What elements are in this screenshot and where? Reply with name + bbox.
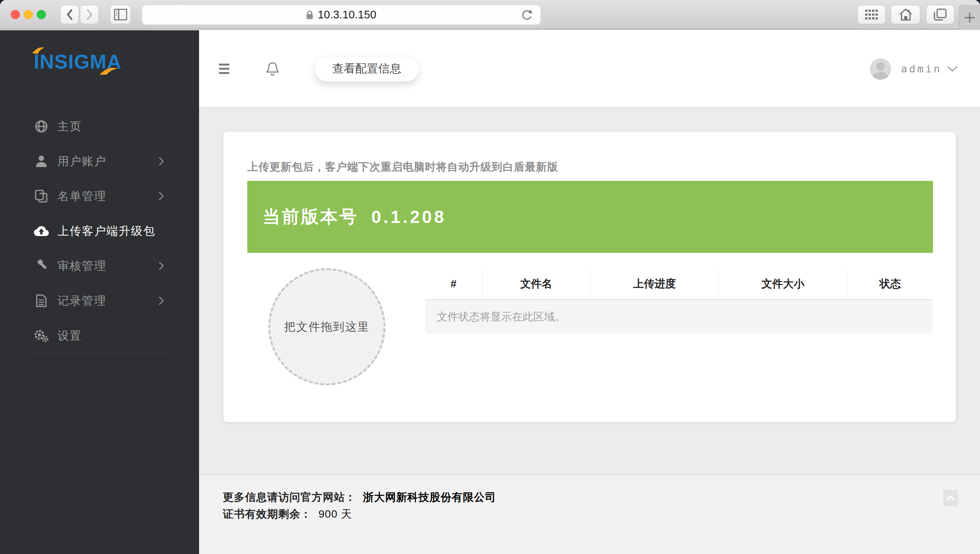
home-button[interactable] <box>891 5 920 24</box>
browser-window: 10.3.10.150 <box>0 0 980 554</box>
footer-website-line: 更多信息请访问官方网站：浙大网新科技股份有限公司 <box>223 489 980 506</box>
sidebar-toggle-button[interactable] <box>110 5 131 24</box>
sidebar-item-settings[interactable]: 设置 <box>0 318 199 353</box>
file-dropzone[interactable]: 把文件拖到这里 <box>268 268 385 385</box>
version-number: 0.1.208 <box>371 207 446 227</box>
grid-icon <box>865 10 878 20</box>
sidebar-item-label: 记录管理 <box>57 293 106 309</box>
sidebar-item-label: 设置 <box>57 328 82 344</box>
notifications-button[interactable] <box>266 62 279 76</box>
username: admin <box>901 63 942 75</box>
lock-icon <box>306 10 313 20</box>
sidebar-item-label: 审核管理 <box>57 258 106 274</box>
table-empty-row: 文件状态将显示在此区域。 <box>425 300 933 334</box>
person-icon <box>870 60 891 80</box>
sidebar-item-user-accounts[interactable]: 用户账户 <box>0 144 199 179</box>
globe-icon <box>34 120 49 133</box>
company-name: 浙大网新科技股份有限公司 <box>363 491 496 503</box>
avatar <box>870 58 891 80</box>
user-menu[interactable]: admin <box>870 58 958 80</box>
back-button[interactable] <box>60 5 79 24</box>
browser-toolbar: 10.3.10.150 <box>0 0 980 30</box>
chevron-right-icon <box>158 261 164 270</box>
upload-row: 把文件拖到这里 # 文件名 上传进度 文件大小 状态 文件状态将 <box>247 268 933 385</box>
sidebar-item-label: 上传客户端升级包 <box>57 223 155 239</box>
gears-icon <box>34 329 49 342</box>
column-header-filename: 文件名 <box>482 268 591 299</box>
home-icon <box>899 8 913 21</box>
show-tabs-button[interactable] <box>926 5 954 24</box>
app-frame: INSIGMA 主页 <box>0 30 980 554</box>
copy-icon <box>34 190 49 203</box>
sidebar-item-record-management[interactable]: 记录管理 <box>0 284 199 318</box>
content-column: 查看配置信息 admin 上 <box>199 30 980 554</box>
tab-overview-button[interactable] <box>858 5 885 24</box>
sidebar: INSIGMA 主页 <box>0 30 199 554</box>
insigma-logo: INSIGMA <box>34 50 126 74</box>
minimize-window-button[interactable] <box>24 10 33 19</box>
footer-cert-line: 证书有效期剩余：900 天 <box>223 506 980 523</box>
version-label: 当前版本号 <box>263 205 358 229</box>
column-header-progress: 上传进度 <box>591 268 719 299</box>
gavel-icon <box>34 259 49 272</box>
view-config-label: 查看配置信息 <box>332 61 401 77</box>
column-header-filesize: 文件大小 <box>719 268 848 299</box>
sidebar-item-label: 主页 <box>57 119 82 134</box>
cloud-upload-icon <box>34 225 49 237</box>
chevron-right-icon <box>158 192 164 201</box>
traffic-lights <box>11 10 46 19</box>
sidebar-item-label: 用户账户 <box>57 154 106 169</box>
sidebar-item-label: 名单管理 <box>57 188 106 204</box>
cert-label: 证书有效期剩余： <box>223 508 312 520</box>
version-banner: 当前版本号 0.1.208 <box>247 181 933 253</box>
table-empty-text: 文件状态将显示在此区域。 <box>437 310 565 324</box>
column-header-index: # <box>425 268 482 299</box>
topbar: 查看配置信息 admin <box>199 30 980 108</box>
chevron-up-icon <box>946 495 955 501</box>
main-region: 上传更新包后，客户端下次重启电脑时将自动升级到白盾最新版 当前版本号 0.1.2… <box>199 108 980 474</box>
reload-icon <box>521 9 533 22</box>
logo-swoosh-icon <box>98 65 119 75</box>
chevron-left-icon <box>66 8 74 21</box>
upload-notice: 上传更新包后，客户端下次重启电脑时将自动升级到白盾最新版 <box>247 160 933 174</box>
zoom-window-button[interactable] <box>37 10 46 19</box>
footer: 更多信息请访问官方网站：浙大网新科技股份有限公司 证书有效期剩余：900 天 <box>199 474 980 554</box>
scroll-to-top-button[interactable] <box>943 490 958 506</box>
table-header-row: # 文件名 上传进度 文件大小 状态 <box>425 268 933 300</box>
address-bar[interactable]: 10.3.10.150 <box>142 5 541 25</box>
sidebar-item-list-management[interactable]: 名单管理 <box>0 179 199 213</box>
dropzone-label: 把文件拖到这里 <box>284 319 370 335</box>
sidebar-item-home[interactable]: 主页 <box>0 109 199 144</box>
column-header-status: 状态 <box>848 268 933 299</box>
logo-swoosh-icon <box>31 45 51 55</box>
chevron-right-icon <box>158 296 164 305</box>
plus-icon <box>964 12 975 23</box>
close-window-button[interactable] <box>11 10 20 19</box>
url-text: 10.3.10.150 <box>318 8 376 21</box>
view-config-button[interactable]: 查看配置信息 <box>314 56 419 82</box>
chevron-right-icon <box>158 157 164 166</box>
website-label: 更多信息请访问官方网站： <box>223 491 356 503</box>
user-icon <box>34 155 49 168</box>
tabs-icon <box>934 8 947 21</box>
cert-days: 900 天 <box>318 508 352 520</box>
menu-toggle-button[interactable] <box>219 64 229 74</box>
sidebar-item-upload-client-package[interactable]: 上传客户端升级包 <box>0 214 199 248</box>
reload-button[interactable] <box>521 9 533 22</box>
upload-table: # 文件名 上传进度 文件大小 状态 文件状态将显示在此区域。 <box>425 268 933 334</box>
sidebar-item-review-management[interactable]: 审核管理 <box>0 249 199 283</box>
new-tab-button[interactable] <box>959 5 980 30</box>
upload-card: 上传更新包后，客户端下次重启电脑时将自动升级到白盾最新版 当前版本号 0.1.2… <box>223 131 956 423</box>
sidebar-icon <box>114 9 127 20</box>
forward-button[interactable] <box>80 5 99 24</box>
sidebar-menu: 主页 用户账户 <box>0 109 199 353</box>
chevron-right-icon <box>86 8 93 21</box>
divider <box>31 353 168 353</box>
file-icon <box>34 294 49 307</box>
bell-icon <box>266 62 279 76</box>
chevron-down-icon <box>947 66 958 72</box>
